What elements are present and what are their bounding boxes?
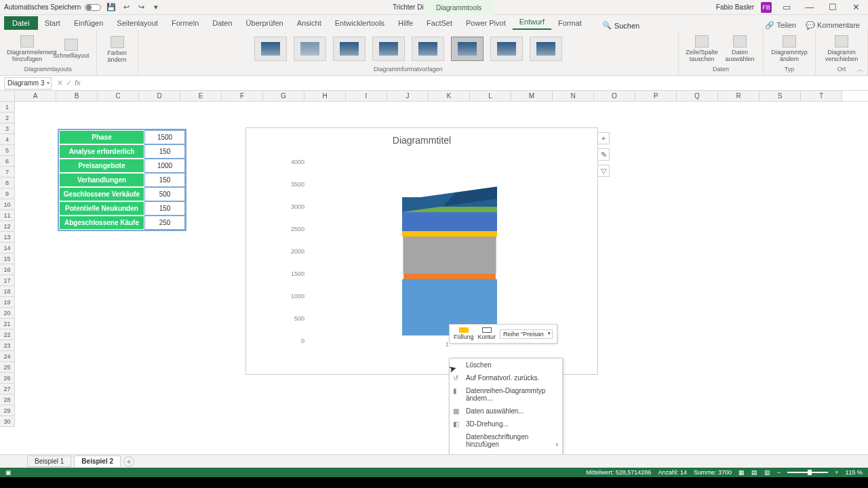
formula-bar: Diagramm 3 ✕ ✓ fx (0, 76, 868, 91)
undo-icon[interactable]: ↩ (121, 3, 131, 12)
tab-view[interactable]: Ansicht (290, 16, 328, 30)
y-axis[interactable]: 4000 3500 3000 2500 2000 1500 1000 500 0 (280, 150, 307, 353)
chart-style-8[interactable] (530, 37, 562, 61)
chart-styles-icon[interactable]: ✎ (597, 148, 610, 161)
tab-design[interactable]: Entwurf (513, 15, 551, 30)
grid-icon: ▦ (453, 407, 461, 415)
sheet-tab-1[interactable]: Beispiel 1 (27, 455, 71, 467)
minimize-icon[interactable]: ― (802, 2, 818, 12)
user-name[interactable]: Fabio Basler (716, 3, 754, 11)
new-sheet-button[interactable]: + (123, 456, 134, 467)
record-macro-icon[interactable]: ▣ (5, 469, 12, 476)
series-selector[interactable]: Reihe "Preisan (500, 329, 553, 339)
plot-area[interactable]: 4000 3500 3000 2500 2000 1500 1000 500 0 (280, 150, 597, 353)
autosave-toggle[interactable]: Automatisches Speichern (4, 3, 101, 11)
maximize-icon[interactable]: ☐ (825, 2, 841, 12)
ctx-3d-rotation[interactable]: ◧3D-Drehung... (450, 418, 562, 430)
fill-dropdown[interactable]: Füllung (454, 327, 474, 340)
series-segment-2[interactable] (403, 274, 496, 279)
chart-style-3[interactable] (333, 37, 366, 61)
ribbon-display-icon[interactable]: ▭ (778, 2, 795, 12)
view-normal-icon[interactable]: ▦ (738, 469, 745, 476)
ribbon: Diagrammelement hinzufügen Schnelllayout… (0, 30, 868, 76)
move-chart-button[interactable]: Diagramm verschieben (823, 35, 861, 62)
qat-dropdown-icon[interactable]: ▾ (151, 3, 161, 12)
chart-style-5[interactable] (412, 37, 444, 61)
mini-toolbar[interactable]: Füllung Kontur Reihe "Preisan (449, 324, 557, 344)
comments-button[interactable]: 💬 Kommentare (806, 21, 860, 30)
formula-input[interactable] (89, 77, 868, 89)
avatar[interactable]: FB (761, 2, 772, 13)
ctx-reset-format[interactable]: ↺Auf Formatvorl. zurücks. (450, 371, 562, 384)
tab-data[interactable]: Daten (205, 16, 239, 30)
add-chart-element-button[interactable]: Diagrammelement hinzufügen (7, 35, 47, 62)
cube-icon: ◧ (453, 420, 461, 428)
layouts-group-label: Diagrammlayouts (24, 66, 72, 73)
view-page-break-icon[interactable]: ▥ (764, 469, 770, 476)
change-chart-type-button[interactable]: Diagrammtyp ändern (770, 35, 808, 62)
chart-style-7[interactable] (490, 37, 523, 61)
bottom-black-bar (0, 477, 868, 488)
tab-pagelayout[interactable]: Seitenlayout (110, 16, 165, 30)
zoom-in-icon[interactable]: + (835, 469, 838, 476)
tab-start[interactable]: Start (38, 16, 67, 30)
location-group-label: Ort (837, 66, 846, 73)
status-sum: Summe: 3700 (694, 469, 732, 476)
tab-file[interactable]: Datei (4, 16, 38, 30)
zoom-level[interactable]: 115 % (845, 469, 863, 476)
redo-icon[interactable]: ↪ (136, 3, 146, 12)
stacked-column[interactable] (402, 193, 497, 336)
tab-insert[interactable]: Einfügen (67, 16, 110, 30)
ctx-change-series-type[interactable]: ▮Datenreihen-Diagrammtyp ändern... (450, 384, 562, 405)
worksheet-grid[interactable]: Phase1500 Analyse erforderlich150 Preisa… (15, 102, 868, 441)
name-box[interactable]: Diagramm 3 (4, 77, 52, 89)
series-segment-5[interactable] (402, 212, 497, 231)
ctx-add-data-labels[interactable]: Datenbeschriftungen hinzufügen (450, 430, 562, 451)
view-page-layout-icon[interactable]: ▤ (751, 469, 757, 476)
chart-filters-icon[interactable]: ▽ (597, 165, 610, 177)
outline-dropdown[interactable]: Kontur (478, 327, 496, 340)
share-button[interactable]: 🔗 Teilen (765, 21, 796, 30)
tab-powerpivot[interactable]: Power Pivot (459, 16, 513, 30)
fx-icon[interactable]: fx (75, 79, 81, 87)
tab-formulas[interactable]: Formeln (165, 16, 205, 30)
quick-layout-button[interactable]: Schnelllayout (53, 39, 90, 59)
search-box[interactable]: 🔍 Suchen (602, 21, 639, 30)
data-group-label: Daten (713, 66, 729, 73)
change-colors-button[interactable]: Farben ändern (104, 36, 131, 63)
type-group-label: Typ (785, 66, 795, 73)
chart-style-6[interactable] (451, 37, 484, 61)
status-bar: ▣ Mittelwert: 528,5714286 Anzahl: 14 Sum… (0, 468, 868, 477)
select-all-corner[interactable] (0, 91, 15, 101)
tab-developer[interactable]: Entwicklertools (328, 16, 391, 30)
cancel-formula-icon[interactable]: ✕ (57, 79, 63, 87)
ctx-delete[interactable]: Löschen (450, 359, 562, 371)
enter-formula-icon[interactable]: ✓ (66, 79, 72, 87)
switch-row-column-button[interactable]: Zeile/Spalte tauschen (686, 35, 718, 62)
series-segment-3[interactable] (403, 237, 496, 274)
chart-title[interactable]: Diagrammtitel (246, 128, 597, 150)
sheet-tab-bar: Beispiel 1 Beispiel 2 + (0, 454, 868, 468)
select-data-button[interactable]: Daten auswählen (724, 35, 756, 62)
sheet-tab-2[interactable]: Beispiel 2 (74, 455, 121, 467)
chart-elements-icon[interactable]: + (597, 132, 610, 144)
zoom-slider[interactable] (787, 472, 828, 473)
zoom-out-icon[interactable]: − (777, 469, 781, 476)
close-icon[interactable]: ✕ (848, 2, 864, 12)
chart-tools-contextual-tab: Diagrammtools (424, 0, 494, 15)
ctx-select-data[interactable]: ▦Daten auswählen... (450, 405, 562, 418)
tab-help[interactable]: Hilfe (391, 16, 420, 30)
save-icon[interactable]: 💾 (106, 3, 116, 12)
chart-style-1[interactable] (254, 37, 287, 61)
tab-factset[interactable]: FactSet (420, 16, 459, 30)
chart-style-2[interactable] (294, 37, 326, 61)
collapse-ribbon-icon[interactable]: ︿ (857, 65, 864, 75)
autosave-switch[interactable] (85, 4, 101, 11)
tab-review[interactable]: Überprüfen (239, 16, 290, 30)
chart-style-4[interactable] (372, 37, 405, 61)
chart-type-icon: ▮ (453, 387, 461, 394)
series-segment-4[interactable] (402, 231, 497, 237)
row-headers: 1234567891011121314151617181920212223242… (0, 102, 15, 441)
data-table[interactable]: Phase1500 Analyse erforderlich150 Preisa… (58, 129, 186, 231)
tab-format[interactable]: Format (551, 16, 589, 30)
